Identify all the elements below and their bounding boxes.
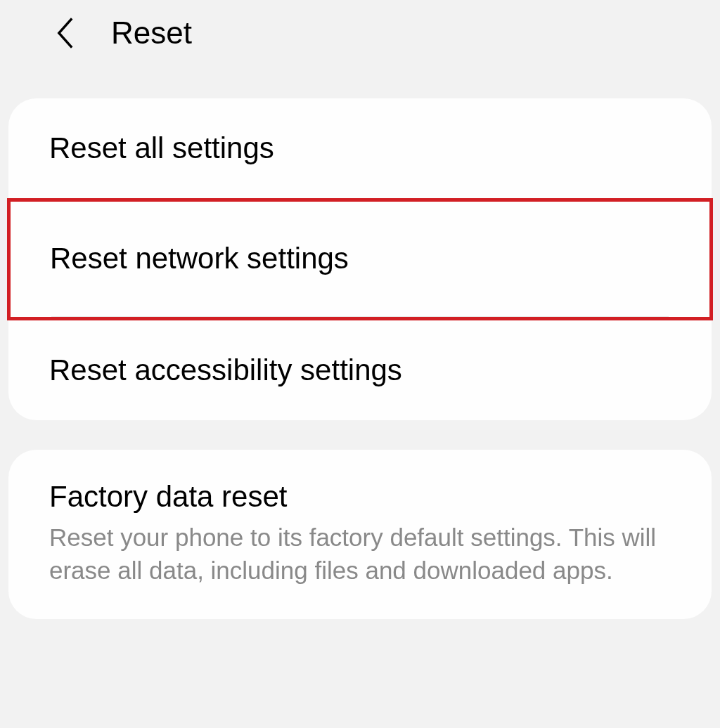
reset-network-settings-item[interactable]: Reset network settings bbox=[11, 202, 709, 316]
factory-data-reset-item[interactable]: Factory data reset Reset your phone to i… bbox=[8, 450, 712, 619]
menu-item-subtitle: Reset your phone to its factory default … bbox=[49, 521, 671, 587]
settings-group-1: Reset all settings Reset network setting… bbox=[8, 98, 712, 420]
reset-all-settings-item[interactable]: Reset all settings bbox=[8, 98, 712, 198]
highlight-annotation: Reset network settings bbox=[7, 198, 713, 320]
settings-group-2: Factory data reset Reset your phone to i… bbox=[8, 450, 712, 619]
menu-item-label: Factory data reset bbox=[49, 479, 671, 514]
back-button[interactable] bbox=[48, 15, 83, 51]
chevron-left-icon bbox=[56, 17, 75, 49]
menu-item-label: Reset accessibility settings bbox=[49, 353, 671, 388]
header: Reset bbox=[0, 0, 720, 66]
divider bbox=[51, 316, 669, 317]
page-title: Reset bbox=[111, 15, 192, 51]
content: Reset all settings Reset network setting… bbox=[0, 66, 720, 619]
menu-item-label: Reset all settings bbox=[49, 131, 671, 166]
reset-accessibility-settings-item[interactable]: Reset accessibility settings bbox=[8, 320, 712, 420]
menu-item-label: Reset network settings bbox=[50, 241, 670, 276]
